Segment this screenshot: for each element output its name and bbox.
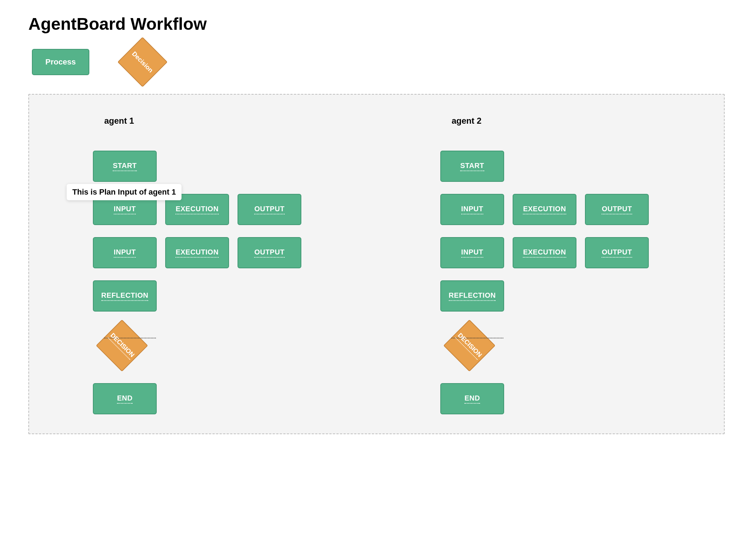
page-title: AgentBoard Workflow	[28, 14, 725, 34]
node-label: OUTPUT	[254, 248, 284, 258]
node-label: END	[117, 394, 133, 404]
agent-1-row-end: END	[93, 383, 157, 414]
agent-1-row-plan-1: This is Plan Input of agent 1 INPUT EXEC…	[93, 194, 301, 225]
agent-2-input-2-node[interactable]: INPUT	[440, 237, 504, 268]
agent-2-input-1-node[interactable]: INPUT	[440, 194, 504, 225]
legend: Process Decision	[28, 44, 725, 80]
node-label: EXECUTION	[175, 205, 218, 214]
node-label: OUTPUT	[602, 248, 632, 258]
agent-1-row-start: START	[93, 151, 157, 182]
agent-1-row-plan-2: INPUT EXECUTION OUTPUT	[93, 237, 301, 268]
agent-2-row-end: END	[440, 383, 504, 414]
workflow-container: agent 1 START This is Plan Input of agen…	[28, 94, 725, 434]
node-label: OUTPUT	[602, 205, 632, 214]
agent-2-reflection-node[interactable]: REFLECTION	[440, 280, 504, 312]
agent-1-decision-node[interactable]: DECISION	[96, 319, 148, 371]
agent-1-execution-2-node[interactable]: EXECUTION	[165, 237, 229, 268]
agent-2-output-1-node[interactable]: OUTPUT	[585, 194, 649, 225]
legend-process-box: Process	[32, 49, 89, 75]
agent-2-title: agent 2	[440, 116, 481, 126]
tooltip-plan-input: This is Plan Input of agent 1	[67, 184, 182, 200]
agent-2-execution-2-node[interactable]: EXECUTION	[513, 237, 576, 268]
node-label: EXECUTION	[175, 248, 218, 258]
agent-1-output-1-node[interactable]: OUTPUT	[238, 194, 301, 225]
legend-decision-label: Decision	[130, 50, 155, 74]
node-label: END	[464, 394, 480, 404]
agent-column-2: agent 2 START INPUT EXECUTION OUTPUT INP…	[391, 116, 710, 426]
node-label: REFLECTION	[449, 291, 496, 301]
agent-2-execution-1-node[interactable]: EXECUTION	[513, 194, 576, 225]
node-label: EXECUTION	[523, 205, 566, 214]
node-label: REFLECTION	[101, 291, 149, 301]
agent-1-end-node[interactable]: END	[93, 383, 157, 414]
agent-2-row-plan-2: INPUT EXECUTION OUTPUT	[440, 237, 649, 268]
node-label: DECISION	[455, 331, 483, 359]
node-label: OUTPUT	[254, 205, 284, 214]
node-label: INPUT	[114, 205, 136, 214]
agent-1-start-node[interactable]: START	[93, 151, 157, 182]
agent-1-output-2-node[interactable]: OUTPUT	[238, 237, 301, 268]
agent-1-title: agent 1	[93, 116, 134, 126]
agent-2-row-reflection: REFLECTION	[440, 280, 504, 312]
agent-2-decision-node[interactable]: DECISION	[443, 319, 495, 371]
agent-2-row-start: START	[440, 151, 504, 182]
agent-1-row-decision: DECISION	[93, 324, 140, 371]
node-label: DECISION	[108, 331, 136, 359]
agent-2-row-decision: DECISION	[440, 324, 488, 371]
agent-2-end-node[interactable]: END	[440, 383, 504, 414]
legend-decision-box: Decision	[117, 37, 167, 87]
agent-2-row-plan-1: INPUT EXECUTION OUTPUT	[440, 194, 649, 225]
agent-2-start-node[interactable]: START	[440, 151, 504, 182]
node-label: START	[460, 162, 484, 171]
node-label: INPUT	[461, 205, 484, 214]
node-label: EXECUTION	[523, 248, 566, 258]
agent-column-1: agent 1 START This is Plan Input of agen…	[43, 116, 362, 426]
legend-process-label: Process	[45, 57, 76, 67]
node-label: INPUT	[461, 248, 484, 258]
agent-1-input-2-node[interactable]: INPUT	[93, 237, 157, 268]
node-label: START	[113, 162, 137, 171]
node-label: INPUT	[114, 248, 136, 258]
agent-1-reflection-node[interactable]: REFLECTION	[93, 280, 157, 312]
agent-1-row-reflection: REFLECTION	[93, 280, 157, 312]
agent-2-output-2-node[interactable]: OUTPUT	[585, 237, 649, 268]
